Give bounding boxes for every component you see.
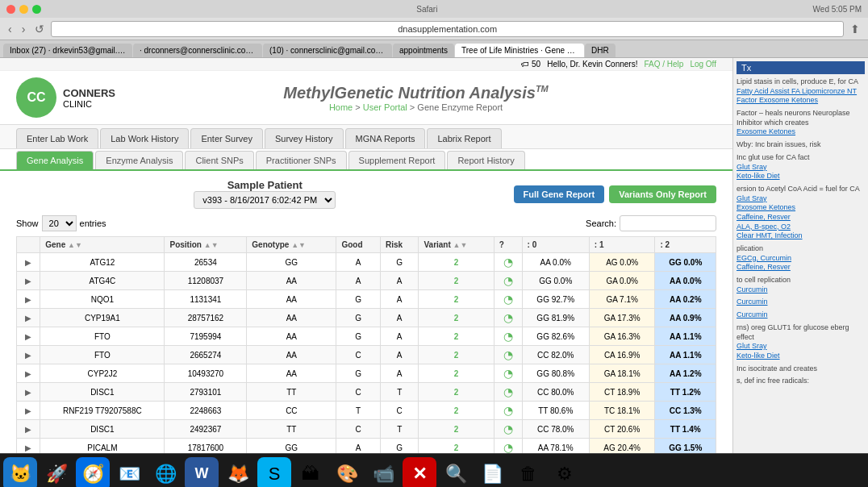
dock-safari[interactable]: 🧭 [76,457,110,488]
position: 10493270 [165,364,247,383]
dock-word[interactable]: W [185,457,219,488]
good-allele: A [336,272,381,290]
forward-button[interactable]: › [19,21,29,37]
tab-gmail-kevin[interactable]: Inbox (27) · drkevin53@gmail.com · Gmail [3,44,132,57]
col-genotype[interactable]: Genotype ▲▼ [247,237,336,253]
tab-conners-clinic[interactable]: · drconners@connersclinic.com · Co... [133,44,262,57]
subtab-supplement-report[interactable]: Supplement Report [348,151,446,169]
frequency-2: AA 1.1% [655,327,716,346]
logout-link[interactable]: Log Off [690,60,716,69]
subtab-gene-analysis[interactable]: Gene Analysis [16,151,94,169]
word-panel-item: ersion to Acetyl CoA Acid = fuel for CAG… [737,185,865,241]
dock-system[interactable]: ⚙ [548,457,582,488]
dock-photos[interactable]: 🏔 [294,457,328,488]
close-button[interactable] [6,5,15,14]
tab-appointments[interactable]: appointments [393,44,454,57]
dock-doc[interactable]: 📄 [475,457,509,488]
risk-allele: G [380,439,419,454]
frequency-1: GA 0.0% [589,272,655,290]
expand-icon[interactable]: ▶ [17,253,40,272]
good-allele: C [336,346,381,364]
tab-enter-lab-work[interactable]: Enter Lab Work [16,128,98,148]
reload-button[interactable]: ↺ [31,21,48,37]
col-position[interactable]: Position ▲▼ [165,237,247,253]
dock-trash[interactable]: 🗑 [511,457,545,488]
tab-mgna-reports[interactable]: MGNA Reports [345,128,426,148]
expand-icon[interactable]: ▶ [17,383,40,402]
frequency-2: CC 1.3% [655,402,716,420]
dock-launchpad[interactable]: 🚀 [40,457,73,488]
report-buttons: Full Gene Report Variants Only Report [514,185,716,203]
expand-icon[interactable]: ▶ [17,420,40,439]
back-button[interactable]: ‹ [5,21,15,37]
variants-only-report-button[interactable]: Variants Only Report [609,185,716,203]
tab-dhr[interactable]: DHR [585,44,616,57]
browser-tabs: Inbox (27) · drkevin53@gmail.com · Gmail… [0,40,868,58]
tab-enter-survey[interactable]: Enter Survey [190,128,263,148]
expand-icon[interactable]: ▶ [17,309,40,327]
tab-survey-history[interactable]: Survey History [265,128,344,148]
expand-icon[interactable]: ▶ [17,346,40,364]
dock-finder[interactable]: 🐱 [3,457,37,488]
word-panel-header: Tx [737,61,865,74]
subtab-practitioner-snps[interactable]: Practitioner SNPs [256,151,347,169]
tab-labrix-report[interactable]: Labrix Report [427,128,501,148]
table-row: ▶ DISC1 2492367 TT C T 2 ◔ CC 78.0% CT 2… [17,420,716,439]
dock-x[interactable]: ✕ [403,457,436,488]
breadcrumb-home[interactable]: Home [329,102,353,112]
col-variant[interactable]: Variant ▲▼ [419,237,494,253]
table-controls: Show 20 entries Search: [16,215,716,231]
variant-score: 2 [419,272,494,290]
expand-icon[interactable]: ▶ [17,272,40,290]
frequency-0: CC 78.0% [522,420,589,439]
faq-link[interactable]: FAQ / Help [644,60,683,69]
good-allele: G [336,309,381,327]
dock-mail[interactable]: 📧 [112,457,146,488]
genotype: TT [247,383,336,402]
col-gene[interactable]: Gene ▲▼ [40,237,165,253]
dock-color-sync[interactable]: 🎨 [330,457,364,488]
word-panel-item: to cell replicationCurcumin [737,276,865,294]
frequency-2: AA 0.0% [655,272,716,290]
good-allele: A [336,439,381,454]
fullscreen-button[interactable] [32,5,41,14]
share-button[interactable]: ⬆ [847,21,863,37]
breadcrumb-portal[interactable]: User Portal [363,102,407,112]
expand-icon[interactable]: ▶ [17,327,40,346]
gene-name: CYP19A1 [40,309,165,327]
tab-gmail-clinic[interactable]: (10) · connersclinic@gmail.com · Gmail [263,44,392,57]
good-allele: T [336,402,381,420]
expand-icon[interactable]: ▶ [17,364,40,383]
col-2: : 2 [655,237,716,253]
col-good: Good [336,237,381,253]
word-panel-item: rns) oreg GLUT1 for glucose eberg effect… [737,323,865,361]
expand-icon[interactable]: ▶ [17,290,40,309]
minimize-button[interactable] [19,5,28,14]
address-bar[interactable] [51,21,844,37]
risk-allele: C [380,402,419,420]
logo-initials: CC [27,90,45,105]
dock-skype[interactable]: S [257,457,291,488]
subtab-enzyme-analysis[interactable]: Enzyme Analysis [95,151,183,169]
dock-safari2[interactable]: 🌐 [148,457,182,488]
tab-lab-work-history[interactable]: Lab Work History [100,128,189,148]
word-panel-item: Lipid stasis in cells, produce E, for CA… [737,77,865,106]
search-input[interactable] [620,215,716,231]
full-gene-report-button[interactable]: Full Gene Report [514,185,605,203]
table-row: ▶ ATG12 26534 GG A G 2 ◔ AA 0.0% AG 0.0%… [17,253,716,272]
pie-chart: ◔ [494,253,522,272]
table-row: ▶ FTO 2665274 AA C A 2 ◔ CC 82.0% CA 16.… [17,346,716,364]
expand-icon[interactable]: ▶ [17,439,40,454]
dock-facetime[interactable]: 📹 [366,457,400,488]
genotype: AA [247,346,336,364]
subtab-report-history[interactable]: Report History [447,151,524,169]
tab-gene-enzyme[interactable]: Tree of Life Ministries · Gene & Enzyme.… [455,44,584,57]
subtab-client-snps[interactable]: Client SNPs [185,151,253,169]
dock-firefox[interactable]: 🦊 [221,457,255,488]
entries-select[interactable]: 20 [42,215,77,231]
good-allele: G [336,364,381,383]
dock-search[interactable]: 🔍 [439,457,473,488]
patient-select[interactable]: v393 - 8/16/2017 6:02:42 PM [194,191,336,209]
expand-icon[interactable]: ▶ [17,402,40,420]
genotype: TT [247,420,336,439]
